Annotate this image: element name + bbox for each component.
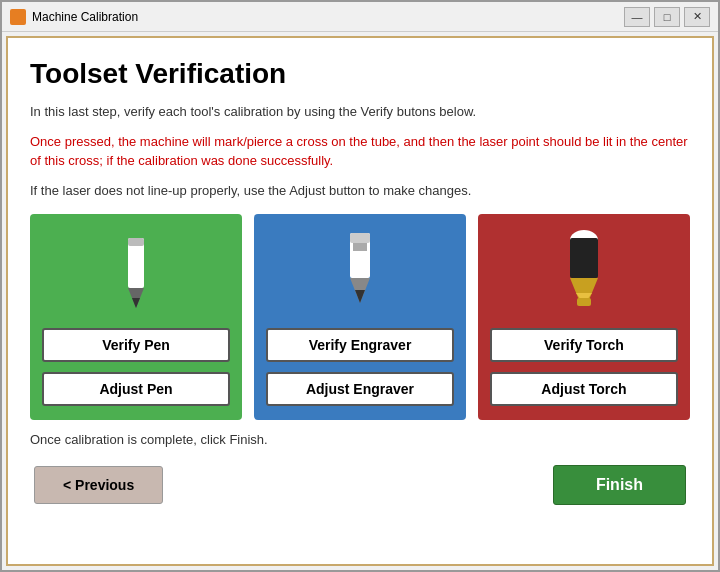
- close-button[interactable]: ✕: [684, 7, 710, 27]
- adjust-engraver-button[interactable]: Adjust Engraver: [266, 372, 454, 406]
- torch-icon: [549, 228, 619, 318]
- svg-marker-3: [132, 298, 140, 308]
- window-title: Machine Calibration: [32, 10, 624, 24]
- description-1: In this last step, verify each tool's ca…: [30, 102, 690, 122]
- verify-torch-button[interactable]: Verify Torch: [490, 328, 678, 362]
- svg-rect-1: [128, 238, 144, 246]
- svg-rect-5: [350, 233, 370, 243]
- pen-icon: [101, 228, 171, 318]
- maximize-button[interactable]: □: [654, 7, 680, 27]
- svg-rect-13: [577, 298, 591, 306]
- main-window: Machine Calibration — □ ✕ Toolset Verifi…: [0, 0, 720, 572]
- verify-pen-button[interactable]: Verify Pen: [42, 328, 230, 362]
- adjust-torch-button[interactable]: Adjust Torch: [490, 372, 678, 406]
- adjust-pen-button[interactable]: Adjust Pen: [42, 372, 230, 406]
- app-icon: [10, 9, 26, 25]
- pen-card: Verify Pen Adjust Pen: [30, 214, 242, 420]
- finish-note: Once calibration is complete, click Fini…: [30, 432, 690, 447]
- svg-marker-8: [355, 290, 365, 303]
- title-bar: Machine Calibration — □ ✕: [2, 2, 718, 32]
- minimize-button[interactable]: —: [624, 7, 650, 27]
- svg-rect-10: [570, 238, 598, 278]
- finish-button[interactable]: Finish: [553, 465, 686, 505]
- window-controls: — □ ✕: [624, 7, 710, 27]
- content-area: Toolset Verification In this last step, …: [6, 36, 714, 566]
- footer: < Previous Finish: [30, 457, 690, 509]
- verify-engraver-button[interactable]: Verify Engraver: [266, 328, 454, 362]
- svg-rect-6: [353, 243, 367, 251]
- engraver-card: Verify Engraver Adjust Engraver: [254, 214, 466, 420]
- engraver-icon: [325, 228, 395, 318]
- description-2: Once pressed, the machine will mark/pier…: [30, 132, 690, 171]
- previous-button[interactable]: < Previous: [34, 466, 163, 504]
- description-3: If the laser does not line-up properly, …: [30, 181, 690, 201]
- page-title: Toolset Verification: [30, 58, 690, 90]
- tools-row: Verify Pen Adjust Pen Verify En: [30, 214, 690, 420]
- torch-card: Verify Torch Adjust Torch: [478, 214, 690, 420]
